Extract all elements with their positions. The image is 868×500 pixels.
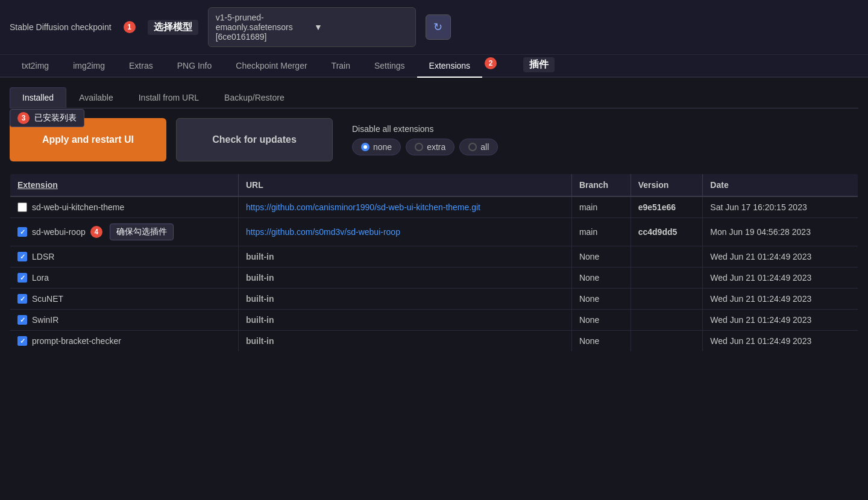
ext-name: prompt-bracket-checker (32, 336, 121, 346)
ext-date-cell: Wed Jun 21 01:24:49 2023 (703, 331, 858, 352)
tooltip3-label: 已安装列表 (34, 113, 77, 123)
ext-url-cell: built-in (238, 310, 571, 331)
ext-version: cc4d9dd5 (638, 227, 678, 237)
ext-version-cell (631, 289, 703, 310)
ext-version-cell (631, 331, 703, 352)
ext-branch-cell: main (571, 196, 631, 218)
table-row: sd-webui-roop4确保勾选插件https://github.com/s… (10, 218, 858, 246)
ext-url: built-in (246, 315, 274, 325)
model-value: v1-5-pruned-emaonly.safetensors [6ce0161… (216, 13, 309, 42)
radio-none[interactable]: none (352, 139, 401, 155)
radio-none-dot (361, 143, 370, 151)
ext-name: sd-webui-roop (32, 227, 86, 237)
ext-url-link[interactable]: https://github.com/canisminor1990/sd-web… (246, 202, 480, 212)
ext-branch-cell: None (571, 246, 631, 267)
radio-all[interactable]: all (459, 139, 498, 155)
ext-name-cell: Lora (10, 267, 239, 289)
col-url: URL (238, 174, 571, 197)
ext-branch-cell: None (571, 331, 631, 352)
ext-name-cell: prompt-bracket-checker (10, 331, 239, 352)
sub-tab-backup-restore[interactable]: Backup/Restore (212, 87, 297, 108)
radio-extra-label: extra (427, 142, 445, 152)
tab-extensions[interactable]: Extensions (417, 55, 482, 78)
ext-date-cell: Wed Jun 21 01:24:49 2023 (703, 310, 858, 331)
ext-checkbox[interactable] (17, 252, 27, 261)
badge-2-label: 插件 (523, 57, 555, 72)
ext-version-cell (631, 267, 703, 289)
tab-txt2img[interactable]: txt2img (10, 55, 61, 78)
ext-date-cell: Sat Jun 17 16:20:15 2023 (703, 196, 858, 218)
tab-settings[interactable]: Settings (362, 55, 417, 78)
radio-all-label: all (480, 142, 489, 152)
badge-4: 4 (90, 226, 102, 238)
table-row: prompt-bracket-checkerbuilt-inNoneWed Ju… (10, 331, 858, 352)
ext-url-link[interactable]: https://github.com/s0md3v/sd-webui-roop (246, 227, 400, 237)
disable-section: Disable all extensions none extra all (352, 124, 498, 155)
sub-tab-install-from-url[interactable]: Install from URL (126, 87, 212, 108)
col-version: Version (631, 174, 703, 197)
ext-checkbox[interactable] (17, 336, 27, 346)
disable-label: Disable all extensions (352, 124, 498, 134)
table-row: ScuNETbuilt-inNoneWed Jun 21 01:24:49 20… (10, 289, 858, 310)
ext-checkbox[interactable] (17, 315, 27, 325)
radio-group: none extra all (352, 139, 498, 155)
col-extension: Extension (10, 174, 239, 197)
ext-url-cell: https://github.com/s0md3v/sd-webui-roop (238, 218, 571, 246)
tab-checkpoint-merger[interactable]: Checkpoint Merger (224, 55, 319, 78)
checkpoint-label: Stable Diffusion checkpoint (10, 22, 112, 32)
sub-tabs: Installed Available Install from URL Bac… (10, 87, 858, 108)
ext-branch-cell: None (571, 310, 631, 331)
ext-name-cell: sd-web-ui-kitchen-theme (10, 196, 239, 218)
ext-url-cell: built-in (238, 246, 571, 267)
badge-3: 3 (17, 112, 30, 124)
tab-png-info[interactable]: PNG Info (165, 55, 224, 78)
radio-extra[interactable]: extra (406, 139, 454, 155)
ext-name: sd-web-ui-kitchen-theme (32, 202, 124, 212)
action-row: Apply and restart UI Check for updates D… (10, 118, 858, 161)
sub-tab-available[interactable]: Available (66, 87, 126, 108)
ext-name-cell: LDSR (10, 246, 239, 267)
ext-version: e9e51e66 (638, 202, 676, 212)
radio-all-dot (468, 143, 477, 151)
ext-version-cell: cc4d9dd5 (631, 218, 703, 246)
ext-name: SwinIR (32, 315, 58, 325)
tab-extras[interactable]: Extras (117, 55, 165, 78)
ext-branch-cell: None (571, 289, 631, 310)
refresh-icon: ↻ (433, 20, 442, 34)
ext-date-cell: Wed Jun 21 01:24:49 2023 (703, 289, 858, 310)
tab-img2img[interactable]: img2img (61, 55, 117, 78)
ext-url: built-in (246, 252, 274, 261)
ext-url-cell: built-in (238, 267, 571, 289)
refresh-icon-btn[interactable]: ↻ (426, 14, 451, 40)
ext-name: Lora (32, 273, 49, 283)
ext-url: built-in (246, 273, 274, 283)
ext-version-cell (631, 310, 703, 331)
ext-version-cell (631, 246, 703, 267)
check-updates-button[interactable]: Check for updates (176, 118, 333, 161)
ext-date-cell: Wed Jun 21 01:24:49 2023 (703, 267, 858, 289)
col-date: Date (703, 174, 858, 197)
ext-checkbox[interactable] (17, 294, 27, 304)
ext-checkbox[interactable] (17, 227, 27, 237)
badge-2: 2 (485, 57, 497, 69)
ext-url: built-in (246, 294, 274, 304)
badge-1-label: 选择模型 (148, 20, 198, 35)
ext-branch-cell: main (571, 218, 631, 246)
extensions-content: Installed Available Install from URL Bac… (0, 78, 868, 361)
table-row: Lorabuilt-inNoneWed Jun 21 01:24:49 2023 (10, 267, 858, 289)
dropdown-arrow-icon: ▼ (314, 22, 407, 32)
ext-checkbox[interactable] (17, 202, 27, 212)
sub-tab-installed[interactable]: Installed (10, 87, 66, 108)
ext-checkbox[interactable] (17, 273, 27, 283)
tab-train[interactable]: Train (319, 55, 362, 78)
ext-name: ScuNET (32, 294, 63, 304)
col-branch: Branch (571, 174, 631, 197)
ext-version-cell: e9e51e66 (631, 196, 703, 218)
ext-url-cell: built-in (238, 331, 571, 352)
ext-url-cell: https://github.com/canisminor1990/sd-web… (238, 196, 571, 218)
ext-name-cell: ScuNET (10, 289, 239, 310)
table-row: SwinIRbuilt-inNoneWed Jun 21 01:24:49 20… (10, 310, 858, 331)
tooltip-4: 确保勾选插件 (110, 223, 174, 240)
model-dropdown[interactable]: v1-5-pruned-emaonly.safetensors [6ce0161… (208, 7, 416, 47)
ext-name: LDSR (32, 252, 54, 261)
